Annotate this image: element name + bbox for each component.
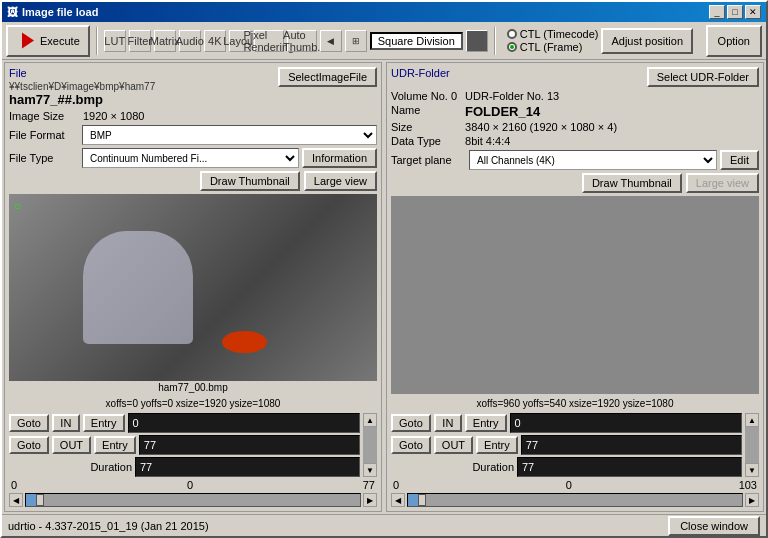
right-slider-left[interactable]: ◀ <box>391 493 405 507</box>
close-window-button[interactable]: Close window <box>668 516 760 536</box>
right-draw-thumbnail-button[interactable]: Draw Thumbnail <box>582 173 682 193</box>
left-duration-value: 77 <box>135 457 360 477</box>
right-out-goto-button[interactable]: Goto <box>391 436 431 454</box>
toolbar-separator-2 <box>494 27 496 55</box>
right-thumbnail-coords: xoffs=960 yoffs=540 xsize=1920 ysize=108… <box>391 397 759 410</box>
right-out-button[interactable]: OUT <box>434 436 473 454</box>
ctl-frame-radio[interactable]: CTL (Frame) <box>507 41 599 53</box>
right-target-plane-row: Target plane All Channels (4K) Edit <box>391 150 759 170</box>
right-slider-track[interactable] <box>407 493 743 507</box>
toolbar-pixel-rendering[interactable]: Pixel Rendering <box>254 30 284 52</box>
right-in-button[interactable]: IN <box>434 414 462 432</box>
right-duration-value: 77 <box>517 457 742 477</box>
right-slider-nums: 0 0 103 <box>391 479 759 491</box>
radio-frame-fill <box>510 45 514 49</box>
size-label: Size <box>391 121 457 133</box>
right-slider-row: ◀ ▶ <box>391 493 759 507</box>
toolbar-auto-thumb[interactable]: Auto Thumb. <box>287 30 317 52</box>
execute-button[interactable]: Execute <box>6 25 90 57</box>
window-icon: 🖼 <box>7 6 18 18</box>
left-in-button[interactable]: IN <box>52 414 80 432</box>
left-slider-thumb[interactable] <box>36 494 44 506</box>
left-in-row: Goto IN Entry 0 <box>9 413 360 433</box>
option-button[interactable]: Option <box>706 25 762 57</box>
toolbar-lut[interactable]: LUT <box>104 30 126 52</box>
square-division-button[interactable]: Square Division <box>370 32 463 50</box>
main-area: File ¥¥tsclien¥D¥image¥bmp¥ham77 ham77_#… <box>2 60 766 514</box>
left-image-size-row: Image Size 1920 × 1080 <box>9 110 377 122</box>
left-scroll-down[interactable]: ▼ <box>363 463 377 477</box>
left-scroll-up[interactable]: ▲ <box>363 413 377 427</box>
left-in-out-area: Goto IN Entry 0 <box>9 413 377 477</box>
right-edit-button[interactable]: Edit <box>720 150 759 170</box>
right-thumb-btns: Draw Thumbnail Large view <box>391 173 759 193</box>
right-duration-label: Duration <box>464 461 514 473</box>
left-duration-row: Duration 77 <box>9 457 360 477</box>
left-out-goto-button[interactable]: Goto <box>9 436 49 454</box>
left-in-goto-button[interactable]: Goto <box>9 414 49 432</box>
name-value: FOLDER_14 <box>465 104 759 119</box>
right-out-value: 77 <box>521 435 742 455</box>
right-out-entry-button[interactable]: Entry <box>476 436 518 454</box>
left-thumbnail-image: ○ <box>9 194 377 381</box>
left-slider-left[interactable]: ◀ <box>9 493 23 507</box>
toolbar-matrix[interactable]: Matrix <box>154 30 176 52</box>
toolbar-filter[interactable]: Filter <box>129 30 151 52</box>
left-sim-image <box>9 194 377 381</box>
left-out-row: Goto OUT Entry 77 <box>9 435 360 455</box>
left-slider-nums: 0 0 77 <box>9 479 377 491</box>
left-controls: Goto IN Entry 0 <box>9 413 377 507</box>
toolbar-grid[interactable]: ⊞ <box>345 30 367 52</box>
image-size-label: Image Size <box>9 110 79 122</box>
left-in-entry-button[interactable]: Entry <box>83 414 125 432</box>
left-file-format-row: File Format BMP <box>9 125 377 145</box>
right-scroll-track <box>745 427 759 463</box>
right-slider-thumb[interactable] <box>418 494 426 506</box>
left-slider-track[interactable] <box>25 493 361 507</box>
right-in-value: 0 <box>510 413 742 433</box>
left-out-value: 77 <box>139 435 360 455</box>
left-scrollbar: ▲ ▼ <box>363 413 377 477</box>
target-plane-dropdown[interactable]: All Channels (4K) <box>469 150 717 170</box>
udr-no: UDR-Folder No. 13 <box>465 90 759 102</box>
information-button[interactable]: Information <box>302 148 377 168</box>
right-in-row: Goto IN Entry 0 <box>391 413 742 433</box>
right-large-view-button[interactable]: Large view <box>686 173 759 193</box>
toolbar-prev[interactable]: ◀ <box>320 30 342 52</box>
right-scroll-up[interactable]: ▲ <box>745 413 759 427</box>
right-scrollbar: ▲ ▼ <box>745 413 759 477</box>
right-thumbnail-image <box>391 196 759 394</box>
left-draw-thumbnail-button[interactable]: Draw Thumbnail <box>200 171 300 191</box>
size-value: 3840 × 2160 (1920 × 1080 × 4) <box>465 121 759 133</box>
right-in-entry-button[interactable]: Entry <box>465 414 507 432</box>
toolbar-audio[interactable]: Audio <box>179 30 201 52</box>
left-slider-right[interactable]: ▶ <box>363 493 377 507</box>
adjust-position-button[interactable]: Adjust position <box>601 28 693 54</box>
left-thumbnail-coords: xoffs=0 yoffs=0 xsize=1920 ysize=1080 <box>9 397 377 410</box>
ctl-timecode-radio[interactable]: CTL (Timecode) <box>507 28 599 40</box>
right-slider-right[interactable]: ▶ <box>745 493 759 507</box>
left-out-button[interactable]: OUT <box>52 436 91 454</box>
right-scroll-down[interactable]: ▼ <box>745 463 759 477</box>
left-file-path: ¥¥tsclien¥D¥image¥bmp¥ham77 <box>9 81 155 92</box>
maximize-button[interactable]: □ <box>727 5 743 19</box>
left-large-view-button[interactable]: Large view <box>304 171 377 191</box>
file-type-dropdown[interactable]: Continuum Numbered Fi... <box>82 148 299 168</box>
radio-timecode <box>507 29 517 39</box>
select-udr-folder-button[interactable]: Select UDR-Folder <box>647 67 759 87</box>
right-out-row: Goto OUT Entry 77 <box>391 435 742 455</box>
status-text: udrtio - 4.337-2015_01_19 (Jan 21 2015) <box>8 520 209 532</box>
close-button[interactable]: ✕ <box>745 5 761 19</box>
left-out-entry-button[interactable]: Entry <box>94 436 136 454</box>
right-in-out-rows: Goto IN Entry 0 <box>391 413 742 477</box>
right-in-goto-button[interactable]: Goto <box>391 414 431 432</box>
minimize-button[interactable]: _ <box>709 5 725 19</box>
left-in-value: 0 <box>128 413 360 433</box>
left-thumbnail-label: ham77_00.bmp <box>9 381 377 394</box>
right-thumbnail-area <box>391 196 759 394</box>
left-thumb-btns: Draw Thumbnail Large view <box>9 171 377 191</box>
select-image-file-button[interactable]: SelectImageFile <box>278 67 377 87</box>
left-header-right: SelectImageFile <box>278 67 377 87</box>
file-format-dropdown[interactable]: BMP <box>82 125 377 145</box>
toolbar-dark[interactable] <box>466 30 488 52</box>
